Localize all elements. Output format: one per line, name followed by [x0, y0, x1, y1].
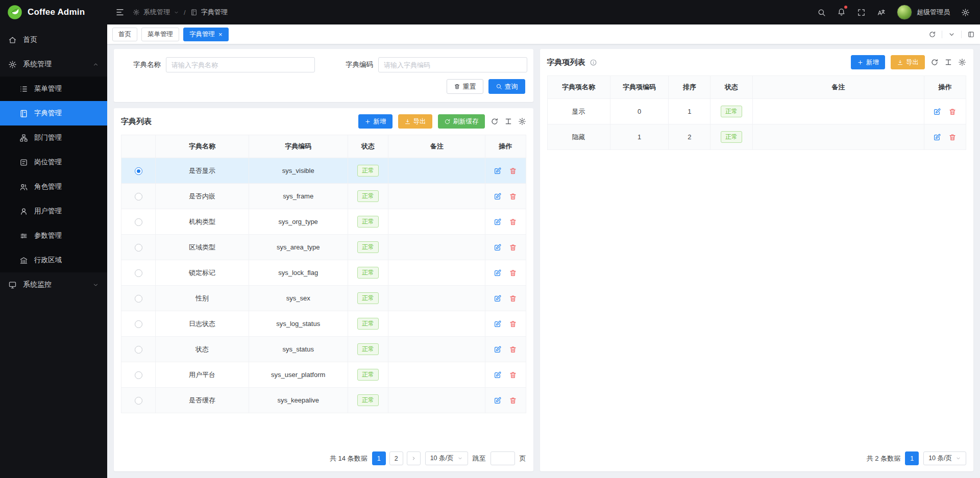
tab-home[interactable]: 首页	[112, 28, 137, 41]
reload-table-icon[interactable]	[491, 117, 499, 125]
table-row[interactable]: 日志状态sys_log_status正常	[121, 311, 526, 337]
edit-icon[interactable]	[494, 243, 502, 251]
page-button-2[interactable]: 2	[389, 451, 403, 465]
export-dict-item-button[interactable]: 导出	[891, 55, 925, 69]
sidebar-item-system-manage[interactable]: 系统管理	[0, 52, 107, 77]
row-radio[interactable]	[135, 397, 142, 405]
sidebar-item-region[interactable]: 行政区域	[0, 248, 107, 272]
column-header: 状态	[348, 135, 388, 158]
delete-icon[interactable]	[509, 218, 517, 226]
edit-icon[interactable]	[494, 345, 502, 354]
table-row[interactable]: 状态sys_status正常	[121, 337, 526, 362]
tab-menu-manage[interactable]: 菜单管理	[141, 28, 179, 41]
sidebar-item-menu-manage[interactable]: 菜单管理	[0, 77, 107, 101]
delete-icon[interactable]	[509, 371, 517, 379]
table-row[interactable]: 性别sys_sex正常	[121, 286, 526, 311]
table-row[interactable]: 锁定标记sys_lock_flag正常	[121, 260, 526, 286]
search-form-card: 字典名称 字典编码 重置 查询	[114, 49, 533, 102]
reset-button[interactable]: 重置	[447, 79, 483, 94]
dict-name-input[interactable]	[166, 57, 315, 72]
add-dict-item-button[interactable]: 新增	[851, 55, 885, 69]
delete-icon[interactable]	[509, 192, 517, 200]
column-settings-icon[interactable]	[958, 58, 966, 66]
reload-table-icon[interactable]	[930, 58, 939, 66]
edit-icon[interactable]	[494, 396, 502, 405]
row-radio[interactable]	[135, 295, 142, 303]
delete-icon[interactable]	[509, 269, 517, 277]
sidebar-item-role-manage[interactable]: 角色管理	[0, 174, 107, 199]
tab-options-chevron-icon[interactable]	[948, 31, 955, 38]
table-row[interactable]: 用户平台sys_user_platform正常	[121, 362, 526, 388]
translate-icon[interactable]	[877, 8, 886, 17]
row-radio[interactable]	[135, 371, 142, 379]
table-row[interactable]: 区域类型sys_area_type正常	[121, 235, 526, 260]
edit-icon[interactable]	[494, 218, 502, 226]
collapse-sidebar-icon[interactable]	[115, 8, 125, 17]
delete-icon[interactable]	[509, 320, 517, 328]
search-icon[interactable]	[817, 8, 826, 17]
edit-icon[interactable]	[494, 167, 502, 175]
export-dict-button[interactable]: 导出	[398, 114, 432, 129]
edit-icon[interactable]	[494, 320, 502, 328]
breadcrumb-system-manage[interactable]: 系统管理	[143, 8, 170, 17]
edit-icon[interactable]	[933, 108, 941, 116]
delete-icon[interactable]	[509, 243, 517, 251]
delete-icon[interactable]	[509, 396, 517, 405]
dict-code-input[interactable]	[378, 57, 527, 72]
edit-icon[interactable]	[933, 133, 941, 141]
table-row[interactable]: 机构类型sys_org_type正常	[121, 209, 526, 235]
table-row[interactable]: 是否内嵌sys_frame正常	[121, 184, 526, 209]
row-radio[interactable]	[135, 167, 142, 175]
page-button-1[interactable]: 1	[372, 451, 386, 465]
row-radio[interactable]	[135, 320, 142, 328]
fullscreen-icon[interactable]	[857, 8, 866, 17]
query-button[interactable]: 查询	[488, 79, 525, 94]
sidebar-item-system-monitor[interactable]: 系统监控	[0, 272, 107, 297]
sidebar-item-home[interactable]: 首页	[0, 28, 107, 52]
table-row[interactable]: 隐藏12正常	[547, 124, 966, 150]
page-size-select[interactable]: 10 条/页	[425, 451, 468, 465]
add-dict-button[interactable]: 新增	[358, 114, 393, 129]
delete-icon[interactable]	[509, 294, 517, 303]
refresh-cache-button[interactable]: 刷新缓存	[438, 114, 485, 129]
edit-icon[interactable]	[494, 192, 502, 200]
delete-icon[interactable]	[948, 133, 957, 141]
edit-icon[interactable]	[494, 269, 502, 277]
edit-icon[interactable]	[494, 294, 502, 303]
row-radio[interactable]	[135, 218, 142, 226]
content-layout-icon[interactable]	[967, 31, 975, 38]
delete-icon[interactable]	[948, 108, 957, 116]
row-radio[interactable]	[135, 269, 142, 277]
refresh-page-icon[interactable]	[928, 31, 936, 38]
page-size-select[interactable]: 10 条/页	[923, 451, 966, 465]
row-radio[interactable]	[135, 193, 142, 200]
table-row[interactable]: 显示01正常	[547, 99, 966, 124]
edit-icon[interactable]	[494, 371, 502, 379]
density-icon[interactable]	[944, 58, 952, 66]
jump-page-input[interactable]	[491, 451, 515, 465]
row-radio[interactable]	[135, 244, 142, 251]
page-button-1[interactable]: 1	[905, 451, 919, 465]
row-radio[interactable]	[135, 346, 142, 354]
sidebar-item-post-manage[interactable]: 岗位管理	[0, 150, 107, 174]
dict-name-cell: 是否缓存	[156, 388, 249, 413]
density-icon[interactable]	[504, 117, 512, 125]
delete-icon[interactable]	[509, 167, 517, 175]
column-settings-icon[interactable]	[518, 117, 526, 125]
remark-cell	[388, 286, 485, 311]
table-row[interactable]: 是否缓存sys_keepalive正常	[121, 388, 526, 413]
next-page-button[interactable]	[407, 451, 421, 465]
delete-icon[interactable]	[509, 345, 517, 354]
settings-gear-icon[interactable]	[961, 8, 970, 17]
breadcrumb-dict-manage[interactable]: 字典管理	[201, 8, 228, 17]
sidebar-item-param-manage[interactable]: 参数管理	[0, 223, 107, 248]
notifications-button[interactable]	[837, 7, 846, 18]
user-menu[interactable]: 超级管理员	[897, 5, 950, 20]
sidebar-item-dept-manage[interactable]: 部门管理	[0, 125, 107, 150]
plus-icon	[364, 118, 371, 125]
close-icon[interactable]: ×	[218, 31, 223, 38]
sidebar-item-user-manage[interactable]: 用户管理	[0, 199, 107, 223]
tab-dict-manage[interactable]: 字典管理×	[183, 28, 229, 41]
sidebar-item-dict-manage[interactable]: 字典管理	[0, 101, 107, 125]
table-row[interactable]: 是否显示sys_visible正常	[121, 158, 526, 184]
